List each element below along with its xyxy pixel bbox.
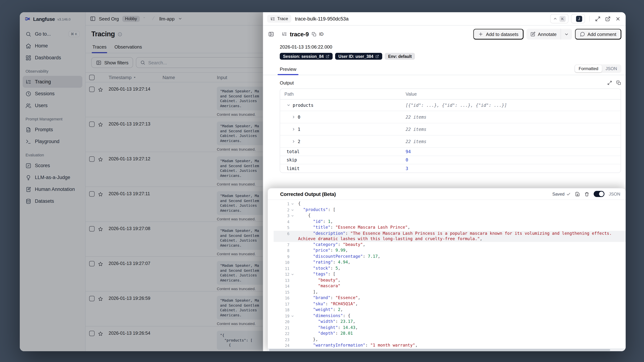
sidebar-item-scores[interactable]: Scores	[23, 160, 82, 172]
fold-chevron-icon[interactable]	[290, 313, 296, 319]
expand-icon[interactable]	[594, 15, 602, 22]
sidebar-item-prompts[interactable]: Prompts	[23, 124, 82, 136]
close-icon[interactable]	[614, 15, 622, 22]
row-checkbox[interactable]	[89, 156, 94, 162]
fold-chevron-icon[interactable]	[290, 213, 296, 219]
prev-trace-button[interactable]: K	[550, 14, 568, 23]
code-line-11[interactable]: 11 "stock": 5,	[274, 266, 626, 272]
row-checkbox[interactable]	[89, 191, 94, 197]
row-expand-icon[interactable]	[286, 103, 290, 107]
code-line-17[interactable]: 17 "sku": "RCH45Q1A",	[274, 301, 626, 307]
bookmark-star-icon[interactable]	[98, 192, 103, 197]
bookmark-star-icon[interactable]	[98, 296, 103, 302]
output-row-0[interactable]: 022 items	[280, 111, 621, 123]
user-badge[interactable]: User ID: user_384	[335, 53, 382, 60]
code-line-21[interactable]: 21 "height": 14.43,	[274, 325, 626, 331]
column-name[interactable]: Name	[162, 74, 217, 80]
panel-left-toggle-icon[interactable]	[90, 16, 96, 22]
code-line-7[interactable]: 7 "category": "beauty",	[274, 242, 626, 248]
fold-chevron-icon[interactable]	[290, 201, 296, 207]
output-row-1[interactable]: 122 items	[280, 123, 621, 136]
tab-traces[interactable]: Traces	[92, 44, 107, 53]
row-expand-icon[interactable]	[292, 127, 296, 131]
json-mode-toggle[interactable]	[594, 191, 604, 197]
code-line-23[interactable]: 23 },	[274, 337, 626, 342]
bookmark-star-icon[interactable]	[98, 122, 103, 127]
trace-type-chip[interactable]: Trace	[267, 15, 291, 23]
project-chevron-down-icon[interactable]	[178, 16, 182, 21]
row-checkbox[interactable]	[89, 226, 94, 232]
row-expand-icon[interactable]	[292, 115, 296, 119]
code-line-22[interactable]: 22 "depth": 28.01	[274, 331, 626, 337]
tab-observations[interactable]: Observations	[114, 44, 143, 53]
tree-panel-toggle-icon[interactable]	[268, 31, 274, 37]
trash-icon[interactable]	[584, 192, 589, 196]
code-line-3[interactable]: 3 {	[274, 213, 626, 219]
add-comment-button[interactable]: Add comment	[575, 29, 621, 40]
id-label[interactable]: ID	[319, 32, 324, 37]
sidebar-item-playground[interactable]: Playground	[23, 136, 82, 148]
sidebar-item-llm-as-a-judge[interactable]: LLM-as-a-Judge	[23, 172, 82, 183]
sidebar-item-tracing[interactable]: Tracing	[23, 76, 82, 88]
sidebar-item-dashboards[interactable]: Dashboards	[23, 52, 82, 64]
sidebar-item-go-to[interactable]: Go to...⌘ K	[23, 28, 82, 40]
row-checkbox[interactable]	[89, 261, 94, 266]
code-line-6[interactable]: 6 "description": "The Essence Mascara La…	[274, 230, 626, 242]
row-checkbox[interactable]	[89, 296, 94, 301]
annotate-dropdown-button[interactable]	[561, 29, 572, 40]
next-trace-button[interactable]: J	[571, 14, 585, 23]
sidebar-item-human-annotation[interactable]: Human Annotation	[23, 183, 82, 195]
row-checkbox[interactable]	[89, 331, 94, 336]
add-to-datasets-button[interactable]: Add to datasets	[474, 29, 524, 40]
annotate-button[interactable]: Annotate	[526, 32, 560, 37]
code-line-2[interactable]: 2 "products": [	[274, 207, 626, 213]
code-line-1[interactable]: 1{	[274, 201, 626, 207]
fold-chevron-icon[interactable]	[290, 207, 296, 213]
json-code-editor[interactable]: 1{2 "products": [3 {4 "id": 1,5 "title":…	[268, 200, 626, 348]
code-line-10[interactable]: 10 "rating": 4.94,	[274, 260, 626, 266]
org-chevron-down-icon[interactable]	[143, 16, 148, 21]
bookmark-star-icon[interactable]	[98, 331, 103, 336]
column-timestamp[interactable]: Timestamp	[108, 74, 162, 80]
sidebar-item-users[interactable]: Users	[23, 100, 82, 112]
row-expand-icon[interactable]	[292, 140, 296, 144]
open-external-icon[interactable]	[604, 15, 612, 22]
file-diff-icon[interactable]	[575, 192, 580, 196]
editor-horizontal-scrollbar[interactable]	[268, 348, 626, 351]
row-checkbox[interactable]	[89, 122, 94, 127]
sidebar-item-home[interactable]: Home	[23, 40, 82, 52]
code-line-5[interactable]: 5 "title": "Essence Mascara Lash Prince"…	[274, 225, 626, 230]
bookmark-star-icon[interactable]	[98, 87, 103, 92]
code-line-9[interactable]: 9 "discountPercentage": 7.17,	[274, 254, 626, 260]
code-line-16[interactable]: 16 "brand": "Essence",	[274, 295, 626, 301]
copy-id-icon[interactable]	[312, 32, 316, 36]
code-line-19[interactable]: 19 "dimensions": {	[274, 313, 626, 319]
code-line-20[interactable]: 20 "width": 23.17,	[274, 319, 626, 325]
code-line-18[interactable]: 18 "weight": 2,	[274, 307, 626, 313]
select-all-checkbox[interactable]	[89, 74, 94, 80]
tab-preview[interactable]: Preview	[278, 66, 299, 75]
bookmark-star-icon[interactable]	[98, 157, 103, 162]
output-copy-icon[interactable]	[616, 80, 621, 85]
sidebar-item-datasets[interactable]: Datasets	[23, 195, 82, 207]
bookmark-star-icon[interactable]	[98, 261, 103, 267]
code-line-8[interactable]: 8 "price": 9.99,	[274, 248, 626, 254]
code-line-12[interactable]: 12 "tags": [	[274, 272, 626, 277]
breadcrumb-org[interactable]: Seed Org	[99, 16, 119, 22]
show-filters-button[interactable]: Show filters	[91, 57, 133, 68]
code-line-15[interactable]: 15 ],	[274, 289, 626, 295]
breadcrumb-project[interactable]: llm-app	[159, 16, 174, 22]
fold-chevron-icon[interactable]	[290, 272, 296, 277]
output-expand-icon[interactable]	[607, 80, 612, 85]
output-row-products[interactable]: products[{"id": ...}, {"id": ...}, {"id"…	[280, 100, 621, 111]
session-badge[interactable]: Session: session_84	[280, 53, 332, 60]
format-formatted[interactable]: Formatted	[575, 65, 602, 72]
sidebar-item-sessions[interactable]: Sessions	[23, 88, 82, 100]
code-line-14[interactable]: 14 "mascara"	[274, 283, 626, 289]
code-line-13[interactable]: 13 "beauty",	[274, 277, 626, 283]
format-json[interactable]: JSON	[602, 65, 621, 72]
output-row-2[interactable]: 222 items	[280, 136, 621, 148]
code-line-4[interactable]: 4 "id": 1,	[274, 219, 626, 225]
bookmark-star-icon[interactable]	[98, 226, 103, 232]
page-info-icon[interactable]	[118, 32, 122, 36]
